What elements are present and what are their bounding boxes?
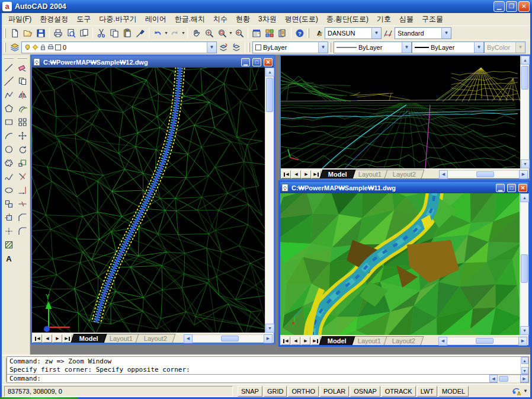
horizontal-scrollbar[interactable]: ◀▶ (184, 334, 273, 343)
layer-lock-icon[interactable] (40, 44, 46, 50)
command-hscrollbar[interactable]: ◀ ▶ (489, 375, 528, 382)
chamfer-icon[interactable] (16, 210, 29, 224)
ellipse-icon[interactable] (2, 183, 15, 197)
tab-next-button[interactable]: ▶ (302, 170, 311, 178)
layer-on-icon[interactable] (24, 44, 31, 50)
menu-item-9[interactable]: 평면(도로) (281, 13, 322, 25)
move-icon[interactable] (16, 129, 29, 142)
cut-icon[interactable] (95, 27, 108, 40)
horizontal-scrollbar[interactable]: ◀▶ (439, 170, 528, 178)
plot-preview-icon[interactable] (65, 27, 78, 40)
layer-freeze-icon[interactable] (32, 44, 39, 50)
tab-layout2[interactable]: Layout2 (384, 336, 424, 345)
erase-icon[interactable] (16, 60, 29, 74)
tab-layout2[interactable]: Layout2 (384, 170, 425, 178)
menu-item-1[interactable]: 환경설정 (36, 13, 72, 25)
child-minimize-button[interactable]: ▁ (241, 58, 250, 66)
tab-prev-button[interactable]: ◀ (43, 334, 52, 343)
menu-item-7[interactable]: 현황 (232, 13, 254, 25)
scroll-up-icon[interactable]: ▲ (521, 357, 528, 364)
scroll-right-icon[interactable]: ▶ (518, 337, 527, 346)
copy-icon[interactable] (108, 27, 121, 40)
tab-model[interactable]: Model (319, 336, 355, 345)
toggle-lwt[interactable]: LWT (417, 386, 437, 397)
toolbar-grip[interactable] (4, 43, 6, 52)
point-icon[interactable] (2, 224, 15, 238)
arc-icon[interactable] (2, 129, 15, 142)
tab-model[interactable]: Model (320, 170, 356, 178)
menu-item-0[interactable]: 파일(F) (4, 13, 36, 25)
scroll-up-icon[interactable]: ▲ (521, 56, 530, 65)
menu-item-4[interactable]: 레이어 (141, 13, 171, 25)
viewport-perspective[interactable] (281, 56, 520, 168)
color-combo[interactable]: ByLayer ▼ (252, 42, 328, 53)
lineweight-combo[interactable]: ByLayer ▼ (412, 42, 484, 53)
menu-item-5[interactable]: 한글.해치 (171, 13, 209, 25)
menu-item-6[interactable]: 치수 (209, 13, 232, 25)
child-close-button[interactable]: ✕ (264, 58, 273, 66)
mirror-icon[interactable] (16, 88, 29, 101)
scrollbar-thumb[interactable] (521, 254, 528, 283)
scroll-right-icon[interactable]: ▶ (519, 170, 528, 179)
scrollbar-thumb[interactable] (221, 336, 239, 341)
menu-item-13[interactable]: 구조물 (418, 13, 447, 25)
copy-object-icon[interactable] (16, 74, 29, 88)
text-style-combo[interactable]: DANSUN▼ (325, 27, 382, 39)
make-block-icon[interactable] (2, 210, 15, 224)
rectangle-icon[interactable] (2, 115, 15, 129)
restore-button[interactable]: ❐ (506, 1, 517, 12)
zoom-realtime-icon[interactable] (203, 27, 216, 40)
tab-first-button[interactable]: ◀ (33, 334, 42, 343)
child-maximize-button[interactable]: □ (252, 58, 261, 66)
fillet-icon[interactable] (16, 224, 29, 238)
chevron-down-icon[interactable]: ▼ (318, 42, 328, 53)
scale-icon[interactable] (16, 156, 29, 170)
scroll-left-icon[interactable]: ◀ (438, 337, 447, 346)
chevron-down-icon[interactable]: ▼ (441, 28, 451, 39)
circle-icon[interactable] (2, 142, 15, 156)
zoom-window-icon[interactable] (216, 27, 229, 40)
vertical-scrollbar[interactable]: ▲ ▼ (265, 68, 274, 333)
extend-icon[interactable] (16, 183, 29, 197)
scrollbar-thumb[interactable] (266, 78, 273, 112)
scroll-left-icon[interactable]: ◀ (489, 375, 498, 382)
tab-model[interactable]: Model (71, 334, 107, 343)
tab-prev-button[interactable]: ◀ (291, 170, 301, 178)
menu-item-11[interactable]: 기호 (373, 13, 395, 25)
toggle-polar[interactable]: POLAR (320, 386, 349, 397)
toolbar-grip[interactable] (248, 43, 250, 52)
new-icon[interactable] (8, 27, 21, 40)
chevron-down-icon[interactable]: ▼ (402, 42, 411, 53)
command-vscrollbar[interactable]: ▲ ▼ (520, 357, 528, 374)
hatch-icon[interactable] (2, 238, 15, 251)
child-maximize-button[interactable]: □ (507, 184, 516, 192)
layer-combo[interactable]: 0 ▼ (21, 42, 217, 53)
menu-item-8[interactable]: 3차원 (254, 13, 281, 25)
toggle-osnap[interactable]: OSNAP (350, 386, 380, 397)
paste-icon[interactable] (121, 27, 134, 40)
redo-flyout-icon[interactable]: ▼ (181, 31, 185, 35)
vertical-scrollbar[interactable]: ▲ ▼ (520, 193, 528, 335)
plot-icon[interactable] (52, 27, 65, 40)
viewport-tin-mesh[interactable]: Y (32, 68, 265, 333)
match-properties-icon[interactable] (134, 27, 147, 40)
polygon-icon[interactable] (2, 101, 15, 115)
scrollbar-thumb[interactable] (476, 338, 493, 344)
tab-first-button[interactable]: ◀ (281, 337, 290, 345)
zoom-window-flyout-icon[interactable]: ▼ (229, 31, 233, 35)
revision-cloud-icon[interactable] (2, 156, 15, 170)
scroll-down-icon[interactable]: ▼ (521, 159, 530, 168)
tab-first-button[interactable]: ◀ (281, 170, 291, 178)
text-style-icon[interactable]: A (312, 27, 325, 40)
offset-icon[interactable] (16, 101, 29, 115)
publish-icon[interactable] (78, 27, 91, 40)
command-input[interactable]: Command: ◀ ▶ (7, 375, 529, 383)
dim-style-combo[interactable]: Standard▼ (395, 27, 451, 39)
undo-flyout-icon[interactable]: ▼ (164, 31, 168, 35)
help-icon[interactable]: ? (293, 27, 306, 40)
scroll-down-icon[interactable]: ▼ (521, 367, 528, 374)
menu-item-12[interactable]: 심볼 (395, 13, 418, 25)
scrollbar-thumb[interactable] (521, 66, 528, 90)
scrollbar-thumb[interactable] (476, 171, 494, 177)
toggle-ortho[interactable]: ORTHO (288, 386, 319, 397)
